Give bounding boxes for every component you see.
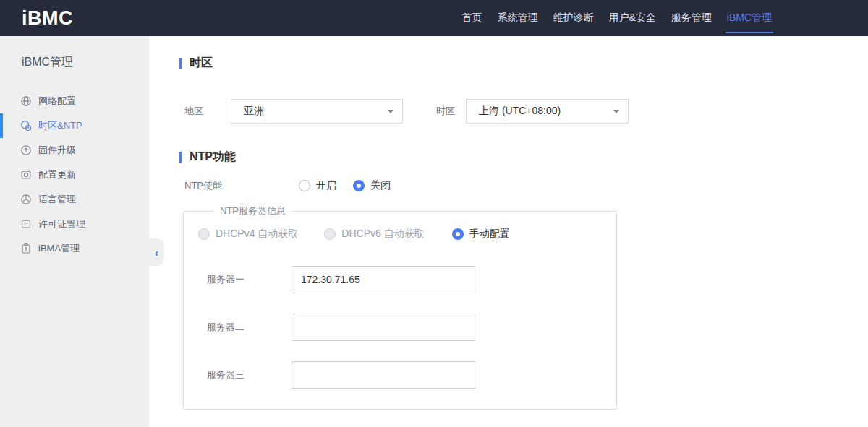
server-two-input[interactable] [292,314,475,341]
server-two-row: 服务器二 [198,314,602,341]
region-selected-value: 亚洲 [244,105,380,118]
timezone-selected-value: 上海 (UTC+08:00) [479,105,606,118]
sidebar-item-config-update[interactable]: 配置更新 [0,163,149,187]
dhcpv6-auto-label: DHCPv6 自动获取 [341,228,424,241]
radio-unchecked-icon[interactable] [299,180,310,191]
radio-disabled-icon [198,228,210,240]
server-three-label: 服务器三 [207,368,292,381]
ntp-enable-on-option[interactable]: 开启 [299,179,336,192]
timezone-section-title: 时区 [179,56,868,71]
sidebar-collapse-button[interactable]: ‹ [149,238,164,266]
dropdown-caret-icon [613,110,619,113]
radio-checked-icon[interactable] [452,228,464,240]
ibmc-page: iBMC 首页 系统管理 维护诊断 用户&安全 服务管理 iBMC管理 iBMC… [0,0,868,427]
sidebar-item-label: 时区&NTP [38,119,82,132]
ibmc-logo: iBMC [22,7,73,30]
server-one-label: 服务器一 [207,273,292,286]
server-three-row: 服务器三 [198,361,602,389]
ntp-enable-label: NTP使能 [184,179,299,192]
language-icon [20,194,32,205]
sidebar-item-label: iBMA管理 [38,242,80,255]
sidebar-item-license[interactable]: 许可证管理 [0,212,149,236]
firmware-upgrade-icon [20,145,32,156]
nav-item-user-security[interactable]: 用户&安全 [608,0,655,36]
chevron-left-icon: ‹ [155,246,158,259]
dropdown-caret-icon [388,110,393,113]
sidebar-item-network-config[interactable]: 网络配置 [0,89,149,113]
radio-disabled-icon [324,228,336,240]
main-content: 时区 地区 亚洲 时区 上海 (UTC+08:00) NTP功能 NTP使能 开… [149,36,868,410]
nav-item-home[interactable]: 首页 [461,0,482,36]
title-accent-bar [179,152,182,163]
nav-item-system[interactable]: 系统管理 [497,0,537,36]
config-update-icon [20,169,32,181]
ntp-enable-off-label[interactable]: 关闭 [370,179,391,192]
manual-config-option[interactable]: 手动配置 [452,228,510,241]
radio-checked-icon[interactable] [353,180,365,191]
manual-config-label[interactable]: 手动配置 [469,228,510,241]
ntp-server-info-legend: NTP服务器信息 [214,204,292,217]
license-icon [20,218,32,230]
region-select[interactable]: 亚洲 [231,99,403,124]
ntp-server-info-group: NTP服务器信息 DHCPv4 自动获取 DHCPv6 自动获取 手动配置 服务… [183,204,617,410]
sidebar-item-label: 配置更新 [38,168,76,181]
sidebar-item-language[interactable]: 语言管理 [0,187,149,212]
top-nav: 首页 系统管理 维护诊断 用户&安全 服务管理 iBMC管理 [461,0,772,36]
ibma-icon [20,243,32,254]
timezone-icon [20,120,32,131]
sidebar-item-ibma[interactable]: iBMA管理 [0,236,149,261]
sidebar-item-label: 许可证管理 [38,217,85,230]
dhcpv4-auto-label: DHCPv4 自动获取 [216,228,298,241]
nav-item-services[interactable]: 服务管理 [671,0,712,36]
top-header: iBMC 首页 系统管理 维护诊断 用户&安全 服务管理 iBMC管理 [0,0,868,36]
region-label: 地区 [184,105,203,118]
ntp-section-title: NTP功能 [179,150,868,165]
ntp-enable-row: NTP使能 开启 关闭 [184,179,868,192]
server-two-label: 服务器二 [207,321,292,334]
sidebar-item-label: 固件升级 [38,144,76,157]
ntp-enable-off-option[interactable]: 关闭 [353,179,391,192]
server-one-row: 服务器一 [198,266,602,293]
sidebar-title: iBMC管理 [0,36,149,70]
sidebar-menu: 网络配置 时区&NTP 固件升级 [0,89,149,261]
section-title-text: NTP功能 [190,150,236,165]
dhcpv6-auto-option: DHCPv6 自动获取 [324,228,424,241]
timezone-form-row: 地区 亚洲 时区 上海 (UTC+08:00) [184,99,868,124]
nav-item-ibmc-management[interactable]: iBMC管理 [727,0,772,36]
title-accent-bar [179,58,182,69]
network-icon [20,95,32,107]
nav-item-maintenance[interactable]: 维护诊断 [553,0,593,36]
sidebar-item-label: 网络配置 [38,95,76,108]
dhcpv4-auto-option: DHCPv4 自动获取 [198,228,298,241]
ntp-mode-row: DHCPv4 自动获取 DHCPv6 自动获取 手动配置 [198,228,602,241]
sidebar-item-firmware-upgrade[interactable]: 固件升级 [0,138,149,163]
zone-label: 时区 [436,105,455,118]
sidebar: iBMC管理 网络配置 时区&NTP [0,36,149,427]
sidebar-item-timezone-ntp[interactable]: 时区&NTP [0,113,149,138]
section-title-text: 时区 [190,56,213,71]
server-one-input[interactable] [292,266,475,293]
server-three-input[interactable] [292,361,475,389]
ntp-enable-on-label[interactable]: 开启 [316,179,336,192]
sidebar-item-label: 语言管理 [38,193,76,206]
timezone-select[interactable]: 上海 (UTC+08:00) [466,99,629,124]
